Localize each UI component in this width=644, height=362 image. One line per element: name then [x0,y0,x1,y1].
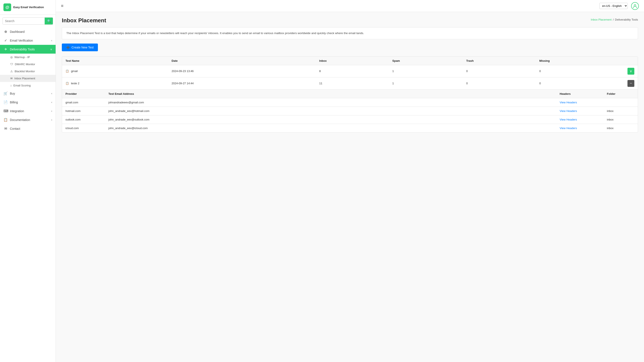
sub-table-row: outlook.com john_andrade_eev@outlook.com… [62,115,638,124]
integration-icon: ⌨ [4,109,8,113]
chevron-icon-docs: ‹ [51,118,52,121]
search-bar[interactable]: 🔍 [2,17,53,25]
provider-cell: hotmail.com [62,107,105,115]
description-box: The Inbox Placement Test is a tool that … [62,27,638,39]
table-row: 📋 teste 2 2024-09-27 14:44 11 1 0 0 − [62,77,638,89]
folder-cell: inbox [604,107,638,115]
sidebar-item-email-scoring[interactable]: ↕ Email Scoring [0,82,56,89]
app-logo-icon: @ [4,3,11,11]
test-spam-cell: 1 [389,65,463,77]
warmup-icon: ◎ [10,55,13,59]
sidebar-item-dmarc-monitor[interactable]: 🛡 DMARC Monitor [0,61,56,68]
sub-col-headers: Headers [556,90,604,98]
user-avatar-button[interactable] [631,2,639,10]
email-verification-icon: ✓ [4,38,8,42]
inbox-placement-icon: ✉ [10,77,13,80]
sidebar-item-contact[interactable]: ✉ Contact [0,124,56,133]
sidebar-item-billing[interactable]: 📄 Billing ‹ [0,98,56,107]
language-selector[interactable]: en-US - English es-ES - Spanish fr-FR - … [599,3,628,9]
create-new-test-button[interactable]: ➕ Create New Test [62,43,98,51]
sidebar-item-blacklist-monitor[interactable]: ⚠ Blacklist Monitor [0,68,56,75]
headers-cell: View Headers [556,107,604,115]
sub-col-email: Test Email Address [105,90,556,98]
email-cell: john_andrade_eev@hotmail.com [105,107,556,115]
chevron-down-icon: ∨ [50,48,52,51]
test-date-cell: 2024-09-27 14:44 [168,77,316,89]
expand-row-button[interactable]: ∨ [628,68,634,75]
row-icon: 📋 [66,69,69,73]
sidebar: @ Easy Email Verification 🔍 ⊕ Dashboard … [0,0,56,362]
sidebar-label-buy: Buy [10,92,15,95]
sidebar-label-warmup-ip: Warmup - IP [14,55,30,59]
search-button[interactable]: 🔍 [45,17,53,24]
test-inbox-cell: 11 [316,77,389,89]
breadcrumb: Inbox Placement / Deliverability Tools [591,18,638,21]
collapse-row-button[interactable]: − [628,80,634,87]
breadcrumb-separator: / [613,18,614,21]
sidebar-label-contact: Contact [10,127,20,130]
folder-cell: inbox [604,124,638,132]
topbar-right: en-US - English es-ES - Spanish fr-FR - … [599,2,639,10]
sub-col-provider: Provider [62,90,105,98]
billing-icon: 📄 [4,100,8,104]
view-headers-link[interactable]: View Headers [560,118,577,121]
sidebar-label-email-scoring: Email Scoring [14,84,31,87]
topbar: ≡ en-US - English es-ES - Spanish fr-FR … [56,0,644,12]
main-content: ≡ en-US - English es-ES - Spanish fr-FR … [56,0,644,362]
sub-table-section: Provider Test Email Address Headers Fold… [62,89,638,132]
folder-cell: inbox [604,115,638,124]
email-cell: john_andrade_eev@icloud.com [105,124,556,132]
provider-cell: outlook.com [62,115,105,124]
test-inbox-cell: 8 [316,65,389,77]
test-name-cell: 📋 teste 2 [62,77,168,89]
sidebar-item-warmup-ip[interactable]: ◎ Warmup - IP [0,54,56,61]
contact-icon: ✉ [4,126,8,131]
email-cell: john_andrade_eev@outlook.com [105,115,556,124]
sidebar-label-dmarc-monitor: DMARC Monitor [15,63,35,66]
col-actions [624,57,638,65]
breadcrumb-link[interactable]: Inbox Placement [591,18,612,21]
tests-table-wrapper: Test Name Date Inbox Spam Trash Missing … [62,56,638,132]
page-header: Inbox Placement Inbox Placement / Delive… [62,17,638,24]
create-btn-icon: ➕ [66,46,70,49]
sidebar-item-email-verification[interactable]: ✓ Email Verification ‹ [0,36,56,45]
documentation-icon: 📋 [4,118,8,122]
sub-table-row: icloud.com john_andrade_eev@icloud.com V… [62,124,638,132]
dashboard-icon: ⊕ [4,29,8,34]
test-name-cell: 📋 gmail [62,65,168,77]
sidebar-logo: @ Easy Email Verification [0,0,56,15]
test-name-value: gmail [71,69,78,73]
view-headers-link[interactable]: View Headers [560,101,577,104]
search-input[interactable] [3,17,45,24]
test-trash-cell: 0 [463,65,536,77]
sub-table: Provider Test Email Address Headers Fold… [62,90,638,132]
folder-cell [604,98,638,107]
chevron-icon-billing: ‹ [51,101,52,104]
create-btn-label: Create New Test [72,46,94,49]
col-inbox: Inbox [316,57,389,65]
sidebar-label-blacklist-monitor: Blacklist Monitor [14,70,35,73]
sidebar-label-integration: Integration [10,109,24,113]
sidebar-item-integration[interactable]: ⌨ Integration ‹ [0,107,56,115]
sidebar-item-dashboard[interactable]: ⊕ Dashboard [0,27,56,36]
col-test-name: Test Name [62,57,168,65]
view-headers-link[interactable]: View Headers [560,126,577,130]
sidebar-label-deliverability-tools: Deliverability Tools [10,48,35,51]
sidebar-item-deliverability-tools[interactable]: ✈ Deliverability Tools ∨ [0,45,56,54]
page-title: Inbox Placement [62,17,106,24]
app-name: Easy Email Verification [13,5,44,9]
sidebar-label-email-verification: Email Verification [10,39,33,42]
headers-cell: View Headers [556,115,604,124]
view-headers-link[interactable]: View Headers [560,109,577,113]
row-icon: 📋 [66,82,69,85]
sidebar-item-documentation[interactable]: 📋 Documentation ‹ [0,115,56,124]
headers-cell: View Headers [556,124,604,132]
sidebar-item-buy[interactable]: 🛒 Buy ‹ [0,89,56,98]
description-text: The Inbox Placement Test is a tool that … [66,31,364,35]
sidebar-label-inbox-placement: Inbox Placement [14,77,35,80]
hamburger-menu-button[interactable]: ≡ [61,3,64,8]
sidebar-item-inbox-placement[interactable]: ✉ Inbox Placement [0,75,56,82]
test-spam-cell: 1 [389,77,463,89]
page-content: Inbox Placement Inbox Placement / Delive… [56,12,644,362]
provider-cell: icloud.com [62,124,105,132]
